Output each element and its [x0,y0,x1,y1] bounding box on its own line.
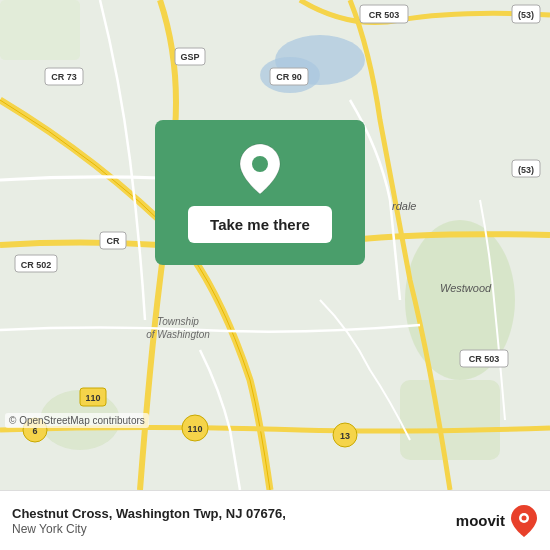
svg-text:(53): (53) [518,10,534,20]
location-subtitle: New York City [12,522,286,536]
svg-text:13: 13 [340,431,350,441]
svg-text:110: 110 [85,393,100,403]
moovit-logo: moovit [456,504,538,538]
svg-text:CR: CR [107,236,120,246]
action-panel: Take me there [155,120,365,265]
bottom-bar: Chestnut Cross, Washington Twp, NJ 07676… [0,490,550,550]
svg-text:CR 503: CR 503 [469,354,500,364]
svg-point-39 [252,156,268,172]
svg-point-41 [522,515,527,520]
svg-text:CR 73: CR 73 [51,72,77,82]
svg-text:(53): (53) [518,165,534,175]
svg-text:CR 503: CR 503 [369,10,400,20]
svg-text:CR 90: CR 90 [276,72,302,82]
svg-rect-4 [400,380,500,460]
location-info: Chestnut Cross, Washington Twp, NJ 07676… [12,506,286,536]
moovit-brand-text: moovit [456,512,505,529]
svg-text:GSP: GSP [180,52,199,62]
take-me-there-button[interactable]: Take me there [188,206,332,243]
map-copyright: © OpenStreetMap contributors [5,413,149,428]
svg-text:Township: Township [157,316,199,327]
svg-text:rdale: rdale [392,200,416,212]
svg-text:Westwood: Westwood [440,282,492,294]
svg-text:CR 502: CR 502 [21,260,52,270]
moovit-pin-icon [510,504,538,538]
svg-text:of Washington: of Washington [146,329,210,340]
location-pin-icon [238,142,282,196]
svg-rect-6 [0,0,80,60]
map-container: CR 503 (53) CR 73 GSP CR 90 (53) CR 502 … [0,0,550,490]
svg-text:110: 110 [187,424,202,434]
location-title: Chestnut Cross, Washington Twp, NJ 07676… [12,506,286,521]
